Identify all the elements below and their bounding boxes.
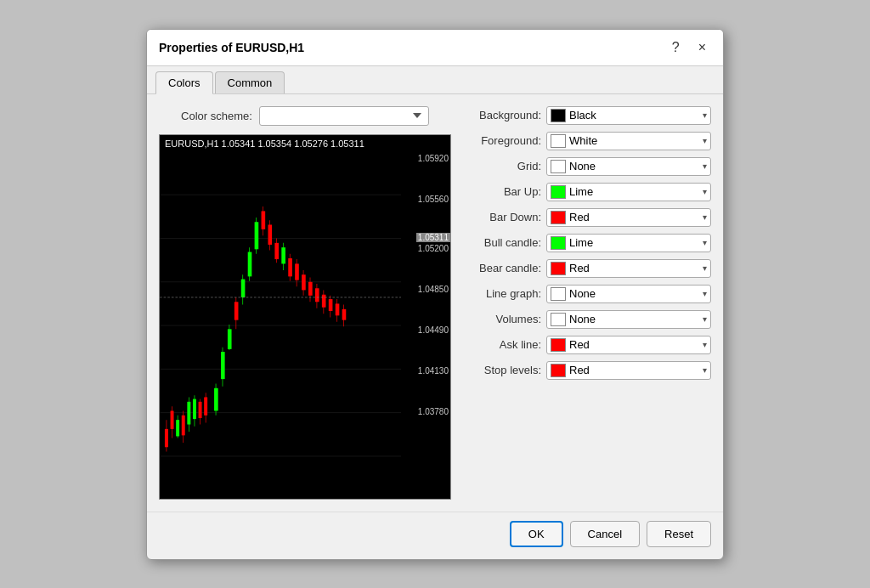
- color-label-volumes: Volumes:: [465, 313, 541, 325]
- color-select-bull_candle[interactable]: Lime▾: [546, 234, 711, 252]
- title-bar: Properties of EURUSD,H1 ? ×: [147, 30, 723, 66]
- color-chevron-bar_up: ▾: [703, 187, 707, 196]
- candlestick-chart: [160, 152, 401, 497]
- svg-rect-50: [302, 274, 306, 290]
- price-6: 1.04130: [418, 366, 449, 376]
- color-chevron-ask_line: ▾: [703, 340, 707, 349]
- color-chevron-bear_candle: ▾: [703, 263, 707, 273]
- color-name-volumes: None: [569, 313, 699, 325]
- color-row-foreground: Foreground:White▾: [465, 132, 711, 150]
- color-swatch-ask_line: [551, 338, 566, 352]
- svg-rect-24: [214, 387, 218, 410]
- color-row-ask_line: Ask line:Red▾: [465, 336, 711, 354]
- color-row-bar_down: Bar Down:Red▾: [465, 208, 711, 227]
- color-chevron-line_graph: ▾: [703, 289, 707, 298]
- time-axis: 15 Jun 22:00 16 Jun 06:00 16 Jun 14:00 1…: [160, 497, 450, 500]
- price-2: 1.05560: [418, 195, 449, 204]
- color-name-background: Black: [569, 109, 699, 122]
- color-select-volumes[interactable]: None▾: [546, 310, 711, 329]
- color-row-bull_candle: Bull candle:Lime▾: [465, 234, 711, 252]
- color-select-ask_line[interactable]: Red▾: [546, 336, 711, 354]
- svg-rect-28: [228, 329, 232, 349]
- ok-button[interactable]: OK: [510, 521, 563, 547]
- price-1: 1.05920: [418, 154, 449, 163]
- color-label-foreground: Foreground:: [465, 134, 541, 147]
- color-chevron-bull_candle: ▾: [703, 238, 707, 247]
- color-select-background[interactable]: Black▾: [546, 106, 711, 125]
- current-price: 1.05311: [416, 233, 450, 242]
- color-label-grid: Grid:: [465, 160, 541, 172]
- dialog-content: Color scheme: EURUSD,H1 1.05341 1.05354 …: [147, 94, 723, 512]
- help-button[interactable]: ?: [667, 38, 685, 57]
- svg-rect-36: [255, 222, 259, 249]
- color-name-bar_down: Red: [569, 211, 699, 223]
- tab-common[interactable]: Common: [215, 71, 285, 93]
- color-label-bar_up: Bar Up:: [465, 185, 541, 198]
- color-swatch-bull_candle: [551, 236, 566, 250]
- svg-rect-16: [187, 401, 190, 424]
- svg-rect-22: [204, 397, 207, 415]
- svg-rect-14: [182, 415, 185, 435]
- price-7: 1.03780: [418, 407, 449, 416]
- color-label-ask_line: Ask line:: [465, 338, 541, 351]
- svg-rect-58: [329, 299, 333, 311]
- color-scheme-select[interactable]: [259, 106, 429, 126]
- scheme-label: Color scheme:: [181, 110, 252, 122]
- dialog-title: Properties of EURUSD,H1: [159, 41, 304, 54]
- chart-area: [160, 152, 401, 497]
- color-swatch-grid: [551, 160, 566, 173]
- svg-rect-44: [281, 247, 285, 263]
- color-label-bull_candle: Bull candle:: [465, 236, 541, 249]
- price-5: 1.04490: [418, 325, 449, 335]
- price-4: 1.04850: [418, 285, 449, 294]
- color-select-stop_levels[interactable]: Red▾: [546, 361, 711, 380]
- color-swatch-volumes: [551, 313, 566, 326]
- color-name-bar_up: Lime: [569, 185, 699, 198]
- color-chevron-foreground: ▾: [703, 136, 707, 145]
- color-select-bear_candle[interactable]: Red▾: [546, 259, 711, 278]
- svg-rect-18: [193, 399, 196, 419]
- color-chevron-stop_levels: ▾: [703, 365, 707, 375]
- tab-colors[interactable]: Colors: [155, 71, 213, 94]
- svg-rect-42: [274, 242, 279, 258]
- svg-rect-38: [262, 211, 266, 229]
- color-select-grid[interactable]: None▾: [546, 157, 711, 176]
- reset-button[interactable]: Reset: [647, 521, 711, 547]
- svg-rect-62: [342, 308, 347, 319]
- price-axis: 1.05920 1.05560 1.05311 1.05200 1.04850 …: [401, 152, 450, 497]
- svg-rect-32: [241, 279, 246, 297]
- svg-rect-56: [322, 294, 326, 307]
- color-chevron-bar_down: ▾: [703, 212, 707, 222]
- title-bar-controls: ? ×: [667, 38, 711, 57]
- svg-rect-52: [308, 281, 313, 295]
- color-swatch-bar_up: [551, 185, 566, 199]
- svg-rect-40: [268, 224, 272, 245]
- cancel-button[interactable]: Cancel: [570, 521, 640, 547]
- color-chevron-volumes: ▾: [703, 314, 707, 324]
- svg-rect-8: [165, 428, 168, 446]
- color-name-foreground: White: [569, 134, 699, 147]
- close-button[interactable]: ×: [693, 38, 711, 57]
- color-row-stop_levels: Stop levels:Red▾: [465, 361, 711, 380]
- color-label-stop_levels: Stop levels:: [465, 364, 541, 376]
- color-row-bar_up: Bar Up:Lime▾: [465, 183, 711, 201]
- svg-rect-10: [171, 410, 174, 428]
- chart-body: 1.05920 1.05560 1.05311 1.05200 1.04850 …: [160, 152, 450, 497]
- color-select-line_graph[interactable]: None▾: [546, 285, 711, 303]
- left-panel: Color scheme: EURUSD,H1 1.05341 1.05354 …: [159, 106, 451, 500]
- color-swatch-line_graph: [551, 287, 566, 301]
- svg-rect-20: [199, 401, 202, 417]
- right-panel: Background:Black▾Foreground:White▾Grid:N…: [465, 106, 711, 500]
- color-settings: Background:Black▾Foreground:White▾Grid:N…: [465, 106, 711, 380]
- color-chevron-grid: ▾: [703, 161, 707, 171]
- color-name-bear_candle: Red: [569, 262, 699, 274]
- color-select-bar_down[interactable]: Red▾: [546, 208, 711, 227]
- dialog-footer: OK Cancel Reset: [147, 512, 723, 559]
- color-row-line_graph: Line graph:None▾: [465, 285, 711, 303]
- color-label-bear_candle: Bear candle:: [465, 262, 541, 274]
- color-label-line_graph: Line graph:: [465, 287, 541, 300]
- color-select-foreground[interactable]: White▾: [546, 132, 711, 150]
- color-row-background: Background:Black▾: [465, 106, 711, 125]
- svg-rect-54: [315, 288, 319, 302]
- color-select-bar_up[interactable]: Lime▾: [546, 183, 711, 201]
